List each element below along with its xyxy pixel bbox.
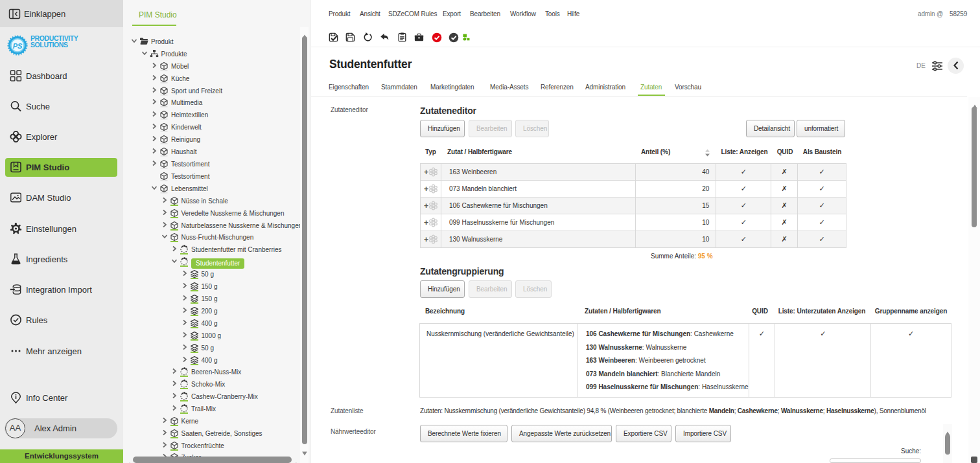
svg-text:PS: PS: [13, 42, 23, 50]
